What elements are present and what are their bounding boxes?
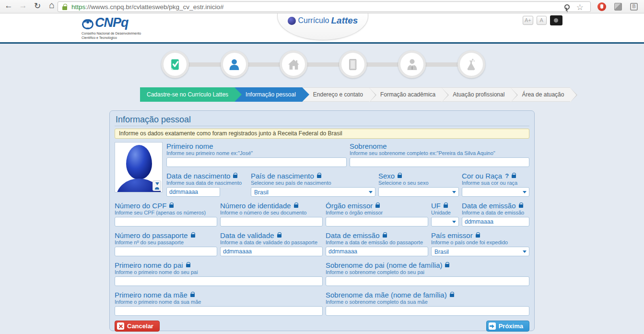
sobrenome-input[interactable] <box>350 157 529 167</box>
url-text[interactable]: https://wwws.cnpq.br/cvlattesweb/pkg_cv_… <box>71 3 223 11</box>
field-uf: UF Unidade <box>431 202 459 227</box>
step-education[interactable] <box>339 50 367 78</box>
upload-photo-icon[interactable] <box>152 180 161 191</box>
field-label: Sobrenome da mãe (nome de família) <box>326 291 447 299</box>
field-hint: Informe seu CPF (apenas os números) <box>115 210 217 215</box>
sobrenome-pai-input[interactable] <box>326 276 529 286</box>
field-hint: Informe a data de emissão <box>462 210 529 215</box>
field-hint: Selecione o seu sexo <box>378 180 459 186</box>
pais-emissor-select[interactable]: Brasil <box>431 247 529 256</box>
uf-select[interactable] <box>431 217 459 227</box>
chevron-down-icon <box>452 221 456 223</box>
reload-button[interactable]: ↻ <box>32 1 43 11</box>
data-validade-input[interactable] <box>220 247 323 256</box>
sobrenome-mae-input[interactable] <box>326 306 529 316</box>
back-button[interactable]: ← <box>3 1 14 11</box>
field-label: Data de emissão <box>462 202 516 210</box>
field-label: Primeiro nome <box>166 142 213 150</box>
cnpq-logo[interactable]: CNPq Conselho Nacional de Desenvolviment… <box>82 15 141 40</box>
field-label: UF <box>431 202 441 210</box>
data-nascimento-input[interactable] <box>166 187 220 197</box>
passaporte-input[interactable] <box>115 247 217 256</box>
field-label: Cor ou Raça <box>462 172 502 180</box>
sexo-select[interactable] <box>378 187 459 197</box>
select-value: Brasil <box>254 189 269 196</box>
lock-icon <box>186 264 190 267</box>
cancel-button[interactable]: Cancelar <box>115 321 160 332</box>
field-label: Órgão emissor <box>326 202 373 210</box>
font-increase-button[interactable]: A+ <box>523 16 533 25</box>
nome-pai-input[interactable] <box>115 276 323 286</box>
data-emissao-identidade-input[interactable] <box>462 217 529 227</box>
browser-toolbar: ← → ↻ ⌂ https://wwws.cnpq.br/cvlattesweb… <box>0 0 644 13</box>
lattes-logo-icon <box>288 17 296 25</box>
field-label: Data de nascimento <box>166 172 230 180</box>
primeiro-nome-input[interactable] <box>166 157 347 167</box>
document-icon <box>346 58 359 71</box>
nome-mae-input[interactable] <box>115 306 323 316</box>
field-sobrenome: Sobrenome Informe seu sobrenome completo… <box>350 142 529 167</box>
lock-icon <box>445 264 449 267</box>
chevron-down-icon <box>452 191 456 193</box>
lattes-lattes-text: Lattes <box>331 15 358 26</box>
field-hint: Selecione seu país de nascimento <box>251 180 375 186</box>
field-label: Primeiro nome da mãe <box>115 291 187 299</box>
cube-extension-icon[interactable] <box>614 3 622 11</box>
tab-cadastre-se[interactable]: Cadastre-se no Currículo Lattes <box>140 87 234 102</box>
ssl-padlock-icon[interactable] <box>62 6 67 10</box>
step-professional[interactable] <box>398 50 426 78</box>
field-label: País de nascimento <box>251 172 314 180</box>
field-hint: Informe o país onde foi expedido <box>431 239 529 245</box>
help-icon[interactable]: ? <box>505 172 509 180</box>
field-label: Data de emissão <box>326 231 380 239</box>
field-data-nascimento: Data de nascimento Informe sua data de n… <box>166 172 248 197</box>
field-data-emissao-identidade: Data de emissão Informe a data de emissã… <box>462 202 529 227</box>
field-hint: Informe o sobrenome completo da sua mãe <box>326 299 529 305</box>
tab-formacao-academica[interactable]: Formação acadêmica <box>369 87 442 102</box>
field-hint: Unidade <box>431 210 459 215</box>
font-decrease-button[interactable]: A <box>537 16 547 25</box>
orgao-emissor-input[interactable] <box>326 217 428 227</box>
tab-informacao-pessoal[interactable]: Informação pessoal <box>234 87 302 102</box>
cor-raca-select[interactable] <box>462 187 529 197</box>
url-path: ://wwws.cnpq.br/cvlattesweb/pkg_cv_estr.… <box>85 3 223 11</box>
tab-area-atuacao[interactable]: Área de atuação <box>511 87 570 102</box>
close-icon <box>117 322 124 330</box>
pais-nascimento-select[interactable]: Brasil <box>251 187 375 197</box>
lock-icon <box>476 234 480 238</box>
identidade-input[interactable] <box>220 217 323 227</box>
forward-button[interactable]: → <box>17 1 29 11</box>
tab-endereco-contato[interactable]: Endereço e contato <box>302 87 369 102</box>
chevron-down-icon <box>369 191 373 193</box>
field-sobrenome-pai: Sobrenome do pai (nome de família) Infor… <box>326 261 529 286</box>
tab-atuacao-profissional[interactable]: Atuação profissional <box>442 87 511 102</box>
lock-icon <box>375 204 380 208</box>
step-address[interactable] <box>280 50 307 78</box>
b-extension-icon[interactable]: B <box>630 3 638 11</box>
address-bar[interactable]: https://wwws.cnpq.br/cvlattesweb/pkg_cv_… <box>58 1 591 12</box>
step-registration[interactable] <box>161 50 189 78</box>
lock-icon <box>450 294 454 297</box>
step-personal-info[interactable] <box>221 50 248 78</box>
home-button[interactable]: ⌂ <box>46 0 58 11</box>
avatar[interactable] <box>115 142 163 192</box>
lattes-curriculo-text: Currículo <box>298 16 329 25</box>
field-label: Sexo <box>378 172 395 180</box>
cpf-input[interactable] <box>115 217 217 227</box>
step-area[interactable] <box>457 50 485 78</box>
field-sexo: Sexo Selecione o seu sexo <box>378 172 459 197</box>
page-title: Informação pessoal <box>115 114 529 126</box>
adblock-extension-icon[interactable] <box>597 2 606 11</box>
field-label: Número do CPF <box>115 202 166 210</box>
info-alert: Informe os dados exatamente como foram r… <box>115 129 529 139</box>
data-emissao-passaporte-input[interactable] <box>326 247 428 256</box>
bookmark-star-icon[interactable]: ☆ <box>576 2 584 12</box>
lock-icon <box>190 294 195 297</box>
lock-icon <box>277 234 281 238</box>
key-icon[interactable] <box>563 4 569 11</box>
high-contrast-button[interactable] <box>550 15 562 25</box>
next-button[interactable]: Próxima <box>486 321 529 332</box>
lock-icon <box>444 204 448 208</box>
person-icon <box>228 58 241 71</box>
wizard-tabs: Cadastre-se no Currículo Lattes Informaç… <box>140 87 570 102</box>
